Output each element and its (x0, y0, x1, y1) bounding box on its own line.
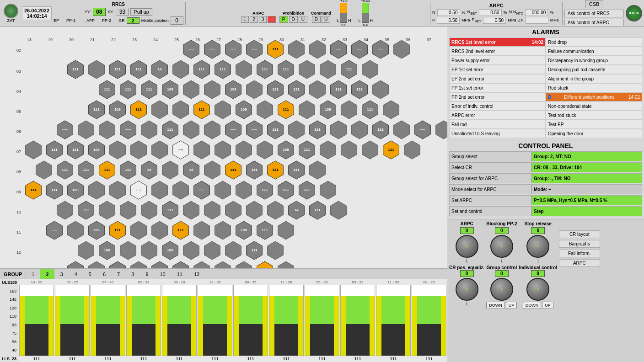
bar-chart-7 (233, 285, 268, 356)
group-item-8[interactable]: 8 (126, 269, 140, 279)
group-item-9[interactable]: 9 (140, 269, 154, 279)
chart-range-6: 13 - 36 (209, 280, 221, 284)
individual-knob[interactable] (526, 278, 549, 301)
group-item-3[interactable]: 3 (55, 269, 69, 279)
arpc-btn-3[interactable]: 3 (259, 16, 267, 23)
uls-110: 110 (2, 314, 16, 319)
cr-pos-knob-val: 0 (460, 270, 474, 277)
cr-layout-btn[interactable]: CR layout (559, 230, 600, 238)
chart-range-7: 08 - 35 (245, 280, 257, 284)
uls-58: 58 (2, 340, 16, 344)
hex-canvas[interactable] (5, 36, 447, 268)
bargraphs-btn[interactable]: Bargraphs (559, 240, 600, 248)
arpc-btn-2[interactable]: 2 (250, 16, 258, 23)
prohibition-d-btn[interactable]: D (289, 16, 298, 23)
xx-value[interactable]: 33 (116, 8, 129, 16)
cp-label-3[interactable]: Mode select for ARPC (449, 184, 531, 194)
chart-val-6: 111 (211, 357, 218, 361)
arpc-readings: ARPC N 0.50 % NSET 0.50 % N-NNTO 000.00 … (432, 3, 560, 24)
alarm-cell-fall-rod: Fall rod (449, 120, 546, 129)
alarm-cell-unsolicited-uls-leaving: Unsolicited ULS leaving (449, 129, 546, 138)
ask-arpc-button[interactable]: Ask control of ARPC (564, 19, 624, 27)
dn-label-l: L (337, 18, 339, 23)
nnto-pct: % (550, 10, 553, 15)
alarm-cell-rod-drop: Rod drop (546, 37, 642, 47)
group-ctrl-knob[interactable] (490, 278, 513, 301)
alarms-title: ALARMS (449, 28, 642, 36)
mpa3: MPa (550, 18, 559, 22)
stop-title: Stop release (524, 221, 551, 226)
bar-chart-4 (126, 285, 161, 356)
group-up-btn[interactable]: UP (506, 302, 517, 309)
group-ctrl-title: Group control (487, 265, 517, 270)
command-d-btn[interactable]: D (312, 16, 321, 23)
cp-label-1[interactable]: Select CR (449, 162, 531, 172)
divider2 (430, 2, 430, 25)
prohibition-u-btn[interactable]: U (299, 16, 307, 23)
blocking-knob[interactable] (490, 235, 513, 258)
uls-axis-label: ULS 180 (2, 280, 16, 285)
uls-128: 128 (2, 306, 16, 310)
pset-label: PSET (472, 17, 482, 23)
arpc-side-btn[interactable]: ARPC (559, 259, 600, 267)
group-item-12[interactable]: 12 (188, 269, 205, 279)
arpc-knob[interactable] (456, 235, 478, 258)
ask-rrcs-button[interactable]: Ask control of RRCS (564, 10, 624, 17)
group-items: 123456789101112 (26, 269, 447, 279)
alarm-text-20: Opening the door (548, 131, 583, 136)
chart-val-11: 111 (390, 357, 397, 361)
uls-40: 40 (2, 348, 16, 352)
logo: ZAT (2, 4, 20, 23)
cr-pos-knob[interactable] (456, 278, 478, 301)
cp-label-2[interactable]: Group select for ARPC (449, 173, 531, 183)
cp-label-0[interactable]: Group select (449, 151, 531, 161)
chart-col-10: 05 - 32111 (340, 280, 375, 361)
alarm-cell-different-switch-positions: iDifferent switch positions14:02 (546, 92, 642, 101)
three-knob-sections: ARPC 0 1 CR pos. equaliz. 0 (449, 221, 642, 309)
alarm-text-0: RRCS 1st level error (451, 40, 496, 45)
group-item-6[interactable]: 6 (97, 269, 112, 279)
cp-label-5[interactable]: Set and control (449, 206, 531, 216)
group-item-11[interactable]: 11 (172, 269, 188, 279)
mpa2: MPa (508, 18, 516, 22)
group-item-2[interactable]: 2 (40, 269, 54, 279)
prohibition1-group: Prohibition P D U (279, 11, 307, 23)
stop-knob[interactable] (526, 235, 549, 258)
chart-col-3: 07 - 40111 (91, 280, 125, 361)
chart-val-5: 111 (176, 357, 182, 361)
csb-button[interactable]: CSB (585, 0, 604, 8)
dp-label-l: L (359, 18, 361, 23)
group-item-1[interactable]: 1 (26, 269, 40, 279)
arpc-btn-1[interactable]: 1 (241, 16, 249, 23)
yy-value[interactable]: 08 (93, 8, 106, 16)
pp1-label: PP-1 (66, 18, 75, 23)
reactor-grid-area (0, 27, 447, 268)
group-item-5[interactable]: 5 (83, 269, 97, 279)
alarm-cell-pp-2nd-set-error: PP 2nd set error (449, 92, 546, 101)
gr-value[interactable]: 2 (127, 17, 140, 24)
fall-inform-btn[interactable]: Fall inform. (559, 250, 600, 257)
arpc-knob-title: ARPC (460, 221, 473, 226)
group-down-btn[interactable]: DOWN (486, 302, 505, 309)
group-item-10[interactable]: 10 (154, 269, 171, 279)
blocking-knob-row: 0 1 (490, 227, 513, 263)
alarm-time-12: 14:02 (628, 95, 640, 100)
arpc-minus-btn[interactable]: – (268, 16, 276, 23)
bottom-right-controls: ARPC 0 1 CR pos. equaliz. 0 (447, 219, 644, 362)
cp-row-5: Set and controlStep (449, 206, 642, 216)
individual-down-btn[interactable]: DOWN (523, 302, 542, 309)
date-display: 26.04.2022 (24, 8, 49, 13)
chart-range-11: 11 - 32 (388, 280, 399, 284)
command-u-btn[interactable]: U (322, 16, 330, 23)
group-item-4[interactable]: 4 (69, 269, 83, 279)
pullup-btn[interactable]: Pull up (130, 8, 152, 16)
chart-val-7: 111 (247, 357, 254, 361)
stop-knob-row: 0 1 (526, 227, 549, 263)
chart-range-12: 08 - 23 (424, 280, 435, 284)
chart-val-12: 111 (425, 357, 432, 361)
group-item-7[interactable]: 7 (112, 269, 126, 279)
cp-label-4[interactable]: Set ARPC (449, 195, 531, 205)
prohibition-p-btn[interactable]: P (279, 16, 288, 23)
arpc-knob-num: 1 (466, 259, 468, 263)
individual-up-btn[interactable]: UP (542, 302, 553, 309)
